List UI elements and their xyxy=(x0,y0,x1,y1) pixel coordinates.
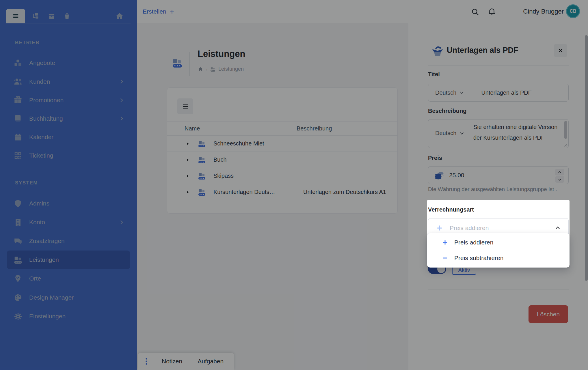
app-screen: BETRIEB Angebote Kunden Promotionen Buch… xyxy=(0,0,588,370)
verrechnungsart-selected: Preis addieren xyxy=(450,225,489,231)
modal-backdrop[interactable] xyxy=(0,0,588,370)
option-preis-addieren[interactable]: Preis addieren xyxy=(427,235,570,250)
verrechnungsart-dropdown: Preis addieren Preis subtrahieren xyxy=(427,233,570,268)
verrechnungsart-label: Verrechnungsart xyxy=(428,206,569,213)
plus-icon xyxy=(442,239,449,246)
chevron-up-icon xyxy=(554,225,561,231)
option-preis-subtrahieren[interactable]: Preis subtrahieren xyxy=(427,250,570,266)
minus-icon xyxy=(442,255,449,261)
verrechnungsart-group: Verrechnungsart Preis addieren xyxy=(427,200,570,238)
plus-icon xyxy=(436,224,443,232)
